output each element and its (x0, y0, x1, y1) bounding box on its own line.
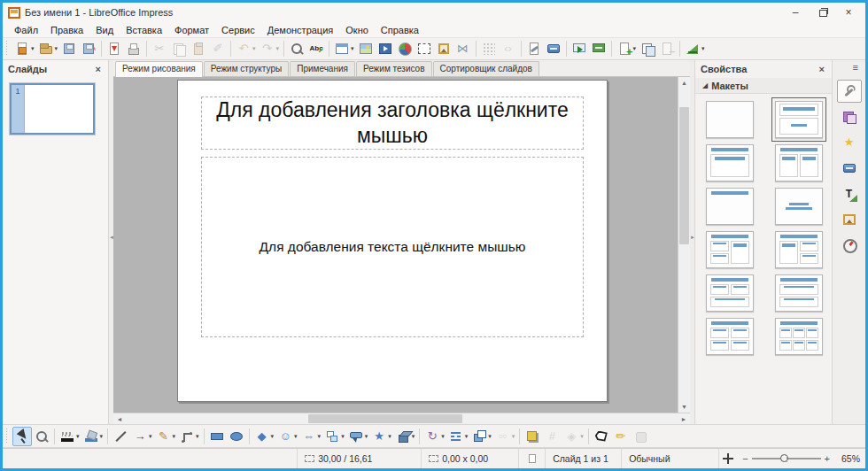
toolbar-grip[interactable] (5, 41, 10, 57)
snap-lines-button[interactable]: ⋈ (453, 39, 473, 58)
delete-slide-button[interactable] (657, 39, 677, 58)
zoom-slider-track[interactable] (752, 458, 821, 459)
minimize-button[interactable]: – (782, 4, 809, 21)
tab-outline-view[interactable]: Режим структуры (204, 61, 289, 76)
spelling-button[interactable]: Abc (306, 39, 326, 58)
dropdown-arrow-icon[interactable]: ▾ (412, 433, 415, 440)
vertical-scroll-track[interactable] (678, 89, 690, 401)
insert-chart-button[interactable] (395, 39, 415, 58)
title-placeholder[interactable]: Для добавления заголовка щёлкните мышью (201, 97, 584, 150)
dropdown-arrow-icon[interactable]: ▾ (512, 433, 515, 440)
restore-button[interactable] (809, 4, 835, 21)
fontwork-button[interactable]: ✏ (611, 427, 631, 446)
layout-blank[interactable] (706, 101, 754, 138)
menu-tools[interactable]: Сервис (215, 24, 261, 36)
slide-layout-name[interactable]: Обычный (622, 449, 719, 468)
edit-points-button[interactable] (592, 427, 611, 446)
lines-arrows-tool[interactable]: → ▾ (130, 427, 154, 446)
curve-tool[interactable]: ✎ ▾ (154, 427, 178, 446)
display-grid-button[interactable] (479, 39, 499, 58)
clone-formatting-button[interactable]: ✐ (208, 39, 228, 58)
menu-window[interactable]: Окно (339, 24, 375, 36)
zoom-tool[interactable] (32, 427, 51, 446)
zoom-slider-thumb[interactable] (780, 454, 788, 462)
open-file-button[interactable]: ▾ (36, 39, 60, 58)
dropdown-arrow-icon[interactable]: ▾ (633, 45, 637, 52)
callouts-tool[interactable]: ▾ (346, 427, 370, 446)
properties-panel-close-icon[interactable]: × (818, 64, 826, 74)
slide-properties-button[interactable] (524, 39, 544, 58)
dropdown-arrow-icon[interactable]: ▾ (76, 433, 80, 440)
presentation-settings-button[interactable] (589, 39, 608, 58)
insert-line-tool[interactable] (111, 427, 130, 446)
insert-table-button[interactable]: ▾ (332, 39, 356, 58)
layouts-section-header[interactable]: ◢ Макеты (695, 78, 832, 94)
dropdown-arrow-icon[interactable]: ▾ (276, 45, 280, 52)
body-placeholder[interactable]: Для добавления текста щёлкните мышью (201, 157, 584, 337)
zoom-level[interactable]: 65% (835, 453, 865, 464)
find-replace-button[interactable] (287, 39, 306, 58)
menu-format[interactable]: Формат (168, 24, 215, 36)
vertical-scroll-thumb[interactable] (679, 107, 689, 244)
tab-slide-sorter[interactable]: Сортировщик слайдов (433, 61, 539, 76)
new-document-button[interactable]: ▾ (12, 39, 36, 58)
dropdown-arrow-icon[interactable]: ▾ (271, 433, 275, 440)
3d-controller-button[interactable] (631, 427, 650, 446)
layout-title-content[interactable] (706, 144, 754, 181)
fit-slide-button[interactable] (719, 449, 737, 468)
tab-drawing-view[interactable]: Режим рисования (115, 61, 203, 77)
flowchart-tool[interactable]: ▾ (322, 427, 346, 446)
symbol-shapes-tool[interactable]: ☺ ▾ (275, 427, 299, 446)
dropdown-arrow-icon[interactable]: ▾ (31, 45, 35, 52)
sidebar-settings-icon[interactable]: ≡ (853, 62, 865, 73)
menu-slideshow[interactable]: Демонстрация (261, 24, 340, 36)
dropdown-arrow-icon[interactable]: ▾ (173, 433, 176, 440)
dropdown-arrow-icon[interactable]: ▾ (465, 433, 469, 440)
menu-insert[interactable]: Вставка (120, 24, 168, 36)
dropdown-arrow-icon[interactable]: ▾ (252, 45, 256, 52)
block-arrows-tool[interactable]: ⇔ ▾ (299, 427, 323, 446)
sidebar-tab-slide-transition[interactable] (837, 105, 862, 128)
layout-title-only[interactable] (706, 188, 754, 225)
section-expand-icon[interactable]: ◢ (702, 81, 708, 89)
scroll-right-icon[interactable]: ► (678, 413, 690, 425)
display-views-button[interactable] (544, 39, 563, 58)
dropdown-arrow-icon[interactable]: ▾ (488, 433, 492, 440)
menu-help[interactable]: Справка (375, 24, 425, 36)
dropdown-arrow-icon[interactable]: ▾ (294, 433, 298, 440)
arrange-objects-button[interactable]: ▾ (469, 427, 493, 446)
scroll-down-icon[interactable]: ▼ (678, 401, 690, 413)
3d-objects-tool[interactable]: ▾ (393, 427, 417, 446)
layout-4content[interactable] (706, 318, 754, 355)
scroll-up-icon[interactable]: ▲ (678, 77, 690, 89)
glue-points-button[interactable]: ‹› (499, 39, 518, 58)
print-button[interactable] (124, 39, 143, 58)
document-modified-indicator[interactable] (519, 449, 546, 468)
ellipse-tool[interactable] (227, 427, 246, 446)
dropdown-arrow-icon[interactable]: ▾ (100, 433, 104, 440)
toolbar-grip[interactable] (5, 429, 10, 444)
dropdown-arrow-icon[interactable]: ▾ (351, 45, 354, 52)
rotate-tool[interactable]: ↻ ▾ (422, 427, 446, 446)
horizontal-scroll-track[interactable] (126, 413, 678, 424)
line-color-button[interactable]: ▾ (58, 427, 81, 446)
undo-button[interactable]: ↶ ▾ (234, 39, 258, 58)
save-button[interactable] (59, 39, 79, 58)
copy-button[interactable] (169, 39, 189, 58)
tab-notes-view[interactable]: Примечания (290, 61, 355, 76)
tab-handout-view[interactable]: Режим тезисов (356, 61, 432, 76)
save-as-button[interactable]: ✎ (79, 39, 98, 58)
cut-button[interactable]: ✂ (150, 39, 169, 58)
dropdown-arrow-icon[interactable]: ▾ (441, 433, 445, 440)
layout-2content-content[interactable] (706, 231, 754, 268)
dropdown-arrow-icon[interactable]: ▾ (701, 45, 705, 52)
sidebar-tab-master-slides[interactable] (837, 157, 862, 180)
insert-image-button[interactable] (356, 39, 376, 58)
sidebar-tab-animation[interactable]: ★ (837, 131, 862, 154)
fill-color-button[interactable]: ▾ (81, 427, 105, 446)
menu-view[interactable]: Вид (89, 24, 120, 36)
dropdown-arrow-icon[interactable]: ▾ (341, 433, 345, 440)
sidebar-tab-gallery[interactable] (837, 208, 862, 231)
header-footer-button[interactable] (434, 39, 453, 58)
export-pdf-button[interactable] (105, 39, 124, 58)
